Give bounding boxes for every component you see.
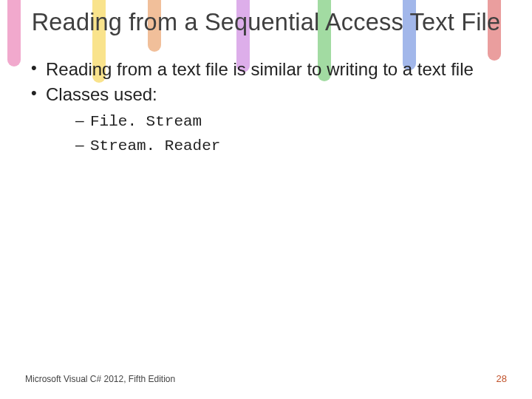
footer-source: Microsoft Visual C# 2012, Fifth Edition (25, 374, 175, 384)
sub-bullet-item: File. Stream (75, 109, 507, 132)
code-text: File. Stream (90, 113, 202, 130)
bullet-item: Classes used: File. Stream Stream. Reade… (30, 83, 507, 157)
footer: Microsoft Visual C# 2012, Fifth Edition … (25, 373, 507, 384)
slide-title: Reading from a Sequential Access Text Fi… (25, 9, 507, 36)
sub-bullet-item: Stream. Reader (75, 134, 507, 157)
code-text: Stream. Reader (90, 137, 220, 154)
bullet-text: Classes used: (46, 84, 157, 104)
bullet-item: Reading from a text file is similar to w… (30, 58, 507, 80)
slide: Reading from a Sequential Access Text Fi… (0, 0, 532, 399)
footer-page-number: 28 (497, 373, 507, 384)
sub-bullet-list: File. Stream Stream. Reader (46, 109, 507, 157)
bullet-list: Reading from a text file is similar to w… (25, 58, 507, 157)
bullet-text: Reading from a text file is similar to w… (46, 59, 474, 79)
